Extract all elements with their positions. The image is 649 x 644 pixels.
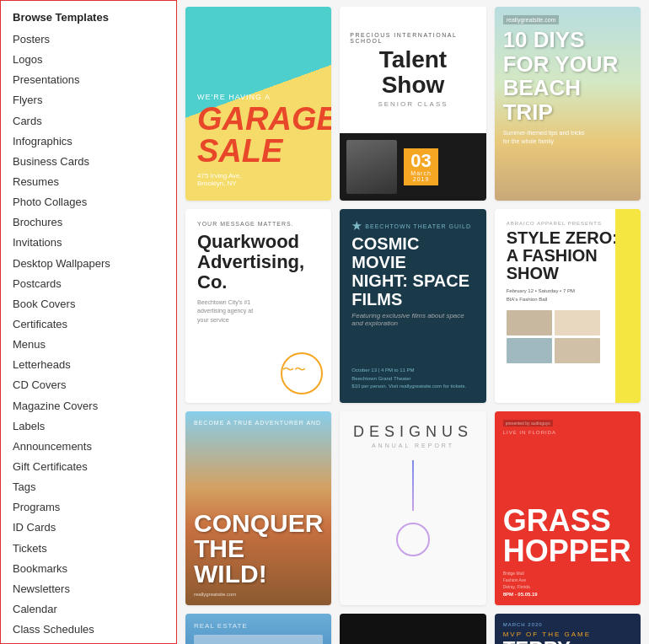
sidebar-item-flyers[interactable]: Flyers	[13, 90, 164, 110]
card-talent-date-month: March2019	[410, 170, 431, 182]
card-talent-show[interactable]: Precious International School TalentShow…	[340, 7, 485, 201]
sidebar-item-newsletters[interactable]: Newsletters	[13, 579, 164, 599]
sidebar-item-tickets[interactable]: Tickets	[13, 539, 164, 559]
sidebar-item-class-schedules[interactable]: Class Schedules	[13, 620, 164, 640]
card-quarkwood-deco: 〜〜	[264, 335, 323, 394]
sidebar-item-coupons[interactable]: Coupons	[13, 640, 164, 644]
card-house[interactable]: Real Estate BeautifulFamily Home	[185, 614, 331, 644]
card-conquer-wild[interactable]: Become a True Adventurer and ConquerTheW…	[185, 411, 331, 605]
card-grass-info: Bridge MallFashion AveDelray, Florida	[503, 570, 632, 590]
sidebar-item-letterheads[interactable]: Letterheads	[13, 355, 164, 375]
card-style-date: February 12 • Saturday • 7 PMBIA's Fashi…	[507, 287, 629, 303]
card-garage-title: GARAGESALE	[197, 103, 319, 167]
sidebar-item-logos[interactable]: Logos	[13, 50, 164, 70]
card-cosmic-movie[interactable]: Beechtown Theater Guild Cosmic MovieNigh…	[340, 209, 485, 403]
card-talent-title: TalentShow	[379, 47, 447, 97]
templates-grid: We're Having A GARAGESALE 475 Irving Ave…	[185, 7, 641, 644]
card-designus-sub: ANNUAL REPORT	[372, 443, 454, 448]
sidebar-item-brochures[interactable]: Brochures	[13, 212, 164, 233]
card-xyz-network[interactable]: MARCH 2020 XYZ NETWORK PRESENTED BY CIA …	[340, 614, 485, 644]
sidebar-item-gift-certificates[interactable]: Gift Certificates	[13, 457, 164, 477]
card-beach-site: reallygreatsite.com	[503, 15, 560, 24]
card-grass-date: 8PM - 05.05.19	[503, 592, 632, 597]
card-style-photos	[507, 310, 600, 363]
card-designus-title: DESIGNUS	[353, 423, 473, 441]
sidebar-item-photo-collages[interactable]: Photo Collages	[13, 192, 164, 212]
sidebar-item-cd-covers[interactable]: CD Covers	[13, 375, 164, 395]
card-style-photo-1	[507, 310, 552, 335]
sidebar-item-bookmarks[interactable]: Bookmarks	[13, 559, 164, 579]
card-terry-name: TERRYWASHINGTON	[503, 638, 632, 644]
card-cosmic-guild: Beechtown Theater Guild	[351, 221, 474, 231]
card-talent-school: Precious International School	[350, 32, 475, 44]
card-quarkwood-pre: Your Message Matters.	[197, 221, 319, 227]
card-talent-sub: Senior Class	[378, 100, 448, 108]
main-content: We're Having A GARAGESALE 475 Irving Ave…	[177, 0, 649, 644]
card-garage-pre: We're Having A	[197, 93, 319, 101]
card-cosmic-sub: Featuring exclusive films about spaceand…	[351, 312, 474, 327]
sidebar-item-tags[interactable]: Tags	[13, 477, 164, 497]
card-grass-hopper[interactable]: presented by audioguys Live in Florida G…	[495, 411, 641, 605]
card-conquer-title: ConquerTheWild!	[194, 511, 323, 587]
sidebar-item-infographics[interactable]: Infographics	[13, 131, 164, 152]
sidebar-item-resumes[interactable]: Resumes	[13, 172, 164, 192]
card-quarkwood[interactable]: Your Message Matters. QuarkwoodAdvertisi…	[185, 209, 331, 403]
card-style-photo-2	[555, 310, 600, 335]
card-talent-image	[346, 140, 397, 194]
sidebar-item-postcards[interactable]: Postcards	[13, 274, 164, 294]
card-grass-title: GRASSHOPPER	[503, 506, 632, 566]
card-beach-trip[interactable]: reallygreatsite.com 10 DIYSFOR YOURBEACH…	[495, 7, 641, 201]
card-terry-pre: MARCH 2020	[503, 622, 632, 627]
card-cosmic-title: Cosmic MovieNight: Space Films	[351, 234, 474, 309]
sidebar-item-book-covers[interactable]: Book Covers	[13, 294, 164, 314]
sidebar-item-magazine-covers[interactable]: Magazine Covers	[13, 396, 164, 416]
card-style-pre: Abraico Apparel Presents	[507, 221, 629, 226]
card-grass-presented: presented by audioguys	[503, 420, 553, 427]
card-style-title: Style Zero:A FashionShow	[507, 229, 629, 282]
sidebar-item-posters[interactable]: Posters	[13, 30, 164, 50]
star-icon	[351, 221, 362, 231]
card-grass-pre: Live in Florida	[503, 430, 632, 435]
card-style-photo-3	[507, 338, 552, 363]
card-designus-circle	[396, 523, 430, 556]
card-designus[interactable]: DESIGNUS ANNUAL REPORT	[340, 411, 485, 605]
sidebar-item-labels[interactable]: Labels	[13, 416, 164, 437]
sidebar-item-invitations[interactable]: Invitations	[13, 233, 164, 253]
sidebar-item-calendar[interactable]: Calendar	[13, 599, 164, 620]
sidebar-item-certificates[interactable]: Certificates	[13, 314, 164, 335]
sidebar-item-programs[interactable]: Programs	[13, 497, 164, 518]
sidebar-item-presentations[interactable]: Presentations	[13, 70, 164, 90]
card-talent-date-num: 03	[410, 152, 431, 170]
card-designus-line	[412, 460, 414, 511]
card-terry-washington[interactable]: MARCH 2020 MVP OF THE GAME TERRYWASHINGT…	[495, 614, 641, 644]
card-talent-date: 03 March2019	[404, 148, 437, 185]
sidebar-item-id-cards[interactable]: ID Cards	[13, 518, 164, 538]
sidebar-item-announcements[interactable]: Announcements	[13, 437, 164, 457]
card-house-image	[194, 635, 323, 644]
card-beach-title: 10 DIYSFOR YOURBEACHTRIP	[503, 28, 632, 124]
card-garage-sub: 475 Irving Ave,Brooklyn, NY	[197, 172, 319, 187]
card-quarkwood-title: QuarkwoodAdvertising,Co.	[197, 232, 319, 293]
sidebar-item-business-cards[interactable]: Business Cards	[13, 152, 164, 172]
sidebar-item-menus[interactable]: Menus	[13, 335, 164, 355]
card-style-photo-4	[555, 338, 600, 363]
sidebar-item-desktop-wallpapers[interactable]: Desktop Wallpapers	[13, 254, 164, 274]
card-conquer-pre: Become a True Adventurer and	[194, 420, 323, 426]
sidebar: Browse Templates PostersLogosPresentatio…	[0, 0, 177, 644]
card-talent-top: Precious International School TalentShow…	[340, 7, 485, 133]
sidebar-heading: Browse Templates	[13, 11, 164, 24]
card-quarkwood-body: Beechtown City's #1advertising agency at…	[197, 298, 319, 325]
card-garage-sale[interactable]: We're Having A GARAGESALE 475 Irving Ave…	[185, 7, 331, 201]
card-style-zero[interactable]: Abraico Apparel Presents Style Zero:A Fa…	[495, 209, 641, 403]
card-beach-sub: Summer-themed tips and tricksfor the who…	[503, 129, 632, 146]
card-house-pre: Real Estate	[194, 622, 323, 630]
card-style-accent	[615, 209, 641, 403]
sidebar-item-cards[interactable]: Cards	[13, 111, 164, 131]
card-talent-bottom: 03 March2019	[340, 133, 485, 201]
card-conquer-site: reallygreatsite.com	[194, 592, 323, 597]
card-cosmic-info: October 13 | 4 PM to 11 PM Beechtown Gra…	[351, 367, 474, 391]
sidebar-items-container: PostersLogosPresentationsFlyersCardsInfo…	[13, 30, 164, 644]
